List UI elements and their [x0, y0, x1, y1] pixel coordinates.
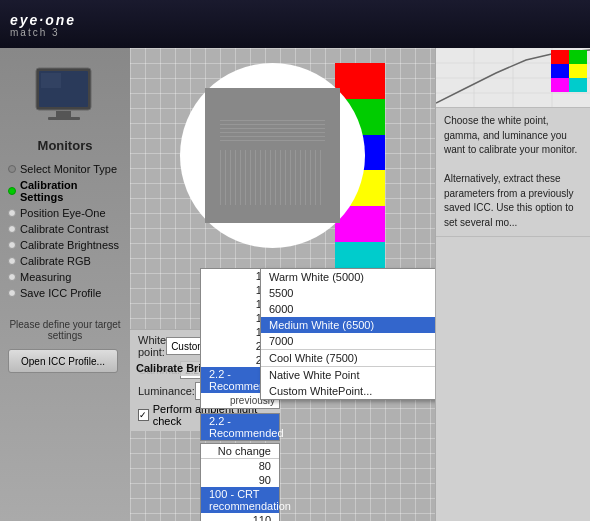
right-chart-svg: [436, 48, 590, 108]
sidebar-item-position-eye-one[interactable]: Position Eye-One: [0, 205, 130, 221]
svg-rect-15: [235, 150, 236, 205]
svg-rect-30: [310, 150, 311, 205]
svg-rect-13: [225, 150, 226, 205]
svg-rect-27: [295, 150, 296, 205]
ambient-checkbox[interactable]: ✓: [138, 409, 149, 421]
svg-rect-42: [551, 64, 569, 78]
svg-rect-18: [250, 150, 251, 205]
svg-rect-10: [220, 136, 325, 137]
svg-rect-4: [41, 73, 61, 88]
right-desc-text: Choose the white point, gamma, and lumin…: [444, 114, 582, 230]
gamma-values: 2.2 - Recommended: [200, 413, 280, 441]
lum-90: 90: [201, 473, 279, 487]
svg-rect-29: [305, 150, 306, 205]
svg-rect-17: [245, 150, 246, 205]
svg-rect-12: [220, 150, 221, 205]
nav-list: Select Monitor Type Calibration Settings…: [0, 161, 130, 301]
test-pattern-svg: [205, 88, 340, 223]
svg-rect-6: [220, 120, 325, 121]
lum-100: 100 - CRT recommendation: [201, 487, 279, 513]
wp-item-cool-white[interactable]: Cool White (7500): [261, 349, 435, 366]
svg-rect-45: [569, 78, 587, 92]
svg-rect-11: [220, 140, 325, 141]
lum-no-change: No change: [201, 444, 279, 458]
svg-rect-26: [290, 150, 291, 205]
svg-rect-21: [265, 150, 266, 205]
right-panel: Choose the white point, gamma, and lumin…: [435, 48, 590, 521]
lum-80: 80: [201, 459, 279, 473]
wp-item-warm-white[interactable]: Warm White (5000): [261, 269, 435, 285]
swatch-red: [335, 63, 385, 99]
open-icc-button[interactable]: Open ICC Profile...: [8, 349, 118, 373]
svg-rect-20: [260, 150, 261, 205]
test-pattern: [205, 88, 340, 223]
center-area: Warm White (5000) 5500 6000 Medium White…: [130, 48, 435, 521]
white-circle: [180, 63, 365, 248]
sidebar-item-calibrate-brightness[interactable]: Calibrate Brightness: [0, 237, 130, 253]
sidebar-bottom: Please define your target settings Open …: [0, 313, 130, 379]
svg-rect-22: [270, 150, 271, 205]
wp-item-custom[interactable]: Custom WhitePoint...: [261, 383, 435, 399]
svg-rect-43: [569, 64, 587, 78]
nav-dot-green: [8, 187, 16, 195]
right-chart-area: [436, 48, 590, 108]
sidebar-item-save-icc[interactable]: Save ICC Profile: [0, 285, 130, 301]
sidebar-item-measuring[interactable]: Measuring: [0, 269, 130, 285]
nav-dot-white: [8, 209, 16, 217]
nav-dot-white4: [8, 257, 16, 265]
white-point-dropdown[interactable]: Warm White (5000) 5500 6000 Medium White…: [260, 268, 435, 400]
wp-item-medium-white[interactable]: Medium White (6500): [261, 317, 435, 333]
sidebar-title: Monitors: [0, 138, 130, 153]
nav-dot-white6: [8, 289, 16, 297]
svg-rect-32: [320, 150, 321, 205]
svg-rect-2: [56, 111, 71, 117]
svg-rect-7: [220, 124, 325, 125]
svg-rect-23: [275, 150, 276, 205]
svg-rect-19: [255, 150, 256, 205]
lum-110: 110: [201, 513, 279, 521]
svg-rect-24: [280, 150, 281, 205]
sidebar-item-calibration-settings[interactable]: Calibration Settings: [0, 177, 130, 205]
sidebar-item-calibrate-contrast[interactable]: Calibrate Contrast: [0, 221, 130, 237]
svg-rect-41: [569, 50, 587, 64]
svg-rect-40: [551, 50, 569, 64]
luminance-values: No change 80 90 100 - CRT recommendation…: [200, 443, 280, 521]
wp-item-native[interactable]: Native White Point: [261, 366, 435, 383]
wp-item-5500[interactable]: 5500: [261, 285, 435, 301]
nav-dot-white5: [8, 273, 16, 281]
sidebar-item-select-monitor[interactable]: Select Monitor Type: [0, 161, 130, 177]
app-header: eye·one match 3: [0, 0, 590, 48]
svg-rect-9: [220, 132, 325, 133]
svg-rect-3: [48, 117, 80, 120]
svg-rect-8: [220, 128, 325, 129]
svg-rect-31: [315, 150, 316, 205]
sidebar-item-calibrate-rgb[interactable]: Calibrate RGB: [0, 253, 130, 269]
monitor-icon: [28, 63, 103, 128]
svg-rect-14: [230, 150, 231, 205]
nav-dot: [8, 165, 16, 173]
wp-item-6000[interactable]: 6000: [261, 301, 435, 317]
app-logo: eye·one match 3: [10, 11, 76, 38]
gamma-recommended: 2.2 - Recommended: [201, 414, 279, 440]
main-container: Monitors Select Monitor Type Calibration…: [0, 48, 590, 521]
white-point-label: White point:: [138, 334, 166, 358]
svg-rect-16: [240, 150, 241, 205]
define-text: Please define your target settings: [8, 319, 122, 341]
svg-rect-25: [285, 150, 286, 205]
luminance-label: Luminance:: [138, 385, 195, 397]
svg-rect-28: [300, 150, 301, 205]
right-description: Choose the white point, gamma, and lumin…: [436, 108, 590, 237]
monitor-icon-area: [0, 58, 130, 138]
sidebar: Monitors Select Monitor Type Calibration…: [0, 48, 130, 521]
wp-item-7000[interactable]: 7000: [261, 333, 435, 349]
nav-dot-white2: [8, 225, 16, 233]
svg-rect-44: [551, 78, 569, 92]
nav-dot-white3: [8, 241, 16, 249]
